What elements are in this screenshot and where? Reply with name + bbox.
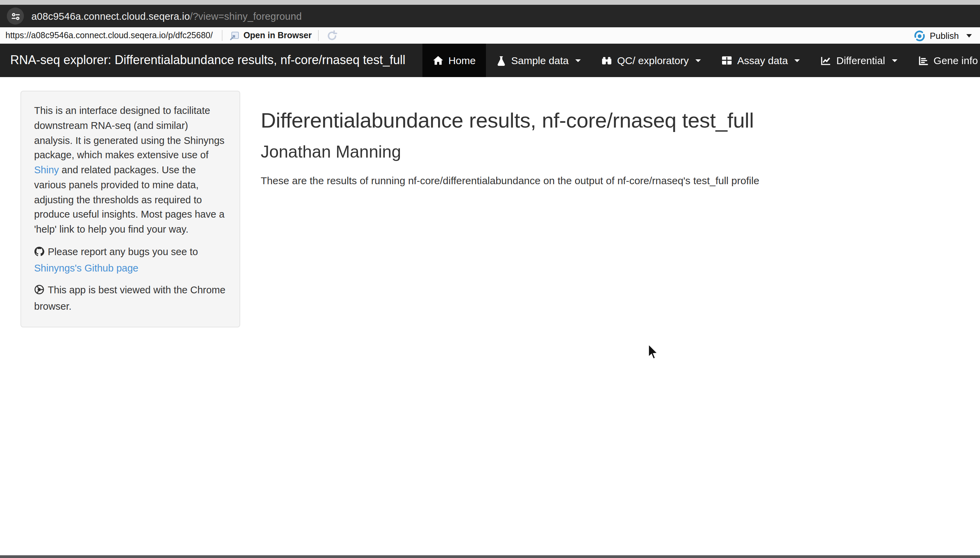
page-description: These are the results of running nf-core… [261,175,960,186]
preview-toolbar: https://a08c9546a.connect.cloud.seqera.i… [0,27,980,44]
caret-down-icon [892,59,898,62]
caret-down-icon [795,59,800,62]
shiny-link[interactable]: Shiny [34,164,59,175]
tune-icon [11,11,20,21]
page-content: This is an interface designed to facilit… [0,77,980,558]
window-top-strip [0,0,980,5]
page-url[interactable]: a08c9546a.connect.cloud.seqera.io/?view=… [31,11,302,21]
binoculars-icon [601,55,612,66]
page-title: Differentialabundance results, nf-core/r… [261,108,960,133]
chart-line-icon [821,55,832,66]
refresh-icon [326,30,337,41]
refresh-button[interactable] [326,30,337,41]
nav-item-differential[interactable]: Differential [811,44,908,77]
nav-item-gene-info[interactable]: Gene info [908,44,980,77]
open-in-browser-icon [228,30,239,41]
address-bar[interactable]: a08c9546a.connect.cloud.seqera.io/?view=… [0,5,980,27]
page-url-host: a08c9546a.connect.cloud.seqera.io [31,11,190,21]
toolbar-separator [318,30,318,41]
home-icon [432,55,444,66]
sidebar-intro: This is an interface designed to facilit… [34,104,227,237]
bottom-edge-bar [0,555,980,558]
app-url: https://a08c9546a.connect.cloud.seqera.i… [5,31,212,40]
sidebar-bugs: Please report any bugs you see to Shinyn… [34,245,227,276]
tune-button[interactable] [7,8,24,25]
toolbar-separator [222,30,222,41]
mouse-cursor [646,343,661,364]
main-panel: Differentialabundance results, nf-core/r… [261,91,960,186]
flask-icon [496,55,506,66]
nav-item-assay-data[interactable]: Assay data [712,44,811,77]
caret-down-icon [966,34,972,37]
publish-button[interactable]: Publish [914,30,972,41]
github-icon [34,246,44,261]
nav-item-label: Differential [836,54,885,66]
sidebar-chrome-note: This app is best viewed with the Chrome … [34,284,227,315]
chrome-text: This app is best viewed with the Chrome … [34,285,225,312]
nav-item-label: Assay data [737,54,788,66]
sidebar-panel: This is an interface designed to facilit… [20,91,240,327]
nav-item-qc-exploratory[interactable]: QC/ exploratory [591,44,711,77]
navbar: RNA-seq explorer: Differentialabundance … [0,44,980,77]
nav-item-label: QC/ exploratory [617,54,689,66]
open-in-browser-label: Open in Browser [243,31,312,40]
table-icon [722,55,733,66]
bar-chart-horizontal-icon [918,55,929,66]
navbar-brand: RNA-seq explorer: Differentialabundance … [10,44,423,77]
intro-text-after: and related packages. Use the various pa… [34,164,225,235]
open-in-browser-button[interactable]: Open in Browser [228,30,312,41]
page-author: Jonathan Manning [261,142,960,162]
page-url-params: /?view=shiny_foreground [190,11,302,21]
bugs-text: Please report any bugs you see to [48,246,198,257]
caret-down-icon [575,59,581,62]
nav-item-label: Sample data [511,54,569,66]
nav-item-label: Home [448,54,476,66]
nav-item-sample-data[interactable]: Sample data [486,44,591,77]
nav-item-label: Gene info [934,54,978,66]
app-window: a08c9546a.connect.cloud.seqera.io/?view=… [0,0,980,558]
caret-down-icon [696,59,701,62]
nav-item-home[interactable]: Home [423,44,486,77]
chrome-icon [34,285,44,300]
connect-logo-icon [914,30,926,41]
intro-text: This is an interface designed to facilit… [34,105,225,161]
github-page-link[interactable]: Shinyngs's Github page [34,262,138,273]
publish-label: Publish [930,30,959,41]
